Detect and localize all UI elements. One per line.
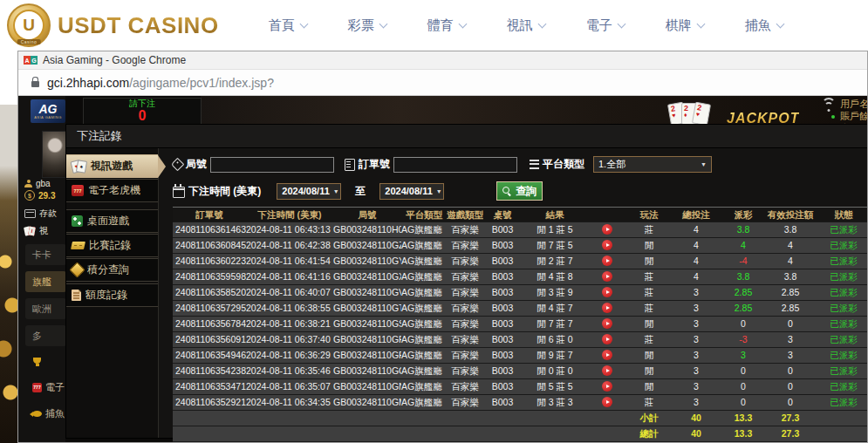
table-video-preview[interactable]: 請下注 0 — [83, 98, 202, 126]
replay-button[interactable] — [602, 240, 612, 250]
cell-play-type: 莊 — [626, 395, 672, 410]
cell-payout: -3 — [721, 332, 766, 347]
ag-favicon-icon: AG — [24, 56, 38, 65]
cell-bet-time: 2024-08-11 06:35:46 — [246, 364, 333, 378]
cell-play-type: 閒 — [626, 348, 672, 363]
nav-item-cards[interactable]: 棋牌 — [666, 17, 704, 34]
date-from-select[interactable]: 2024/08/11 ▼ — [277, 183, 341, 200]
sidebar-item-slots[interactable]: 777 電子老虎機 — [66, 179, 158, 202]
cell-result: 閒 9 莊 7 — [522, 348, 588, 363]
replay-button[interactable] — [602, 334, 612, 344]
cards-icon — [24, 226, 36, 236]
cell-replay — [588, 317, 626, 331]
cards-icon: ♥♠ — [72, 160, 86, 173]
ticket-icon — [71, 242, 85, 249]
chevron-down-icon — [458, 20, 467, 29]
cell-result: 閒 2 莊 7 — [522, 254, 588, 269]
replay-button[interactable] — [602, 381, 612, 392]
cell-payout: 0 — [721, 364, 766, 378]
replay-button[interactable] — [602, 397, 612, 407]
sidebar-item-match-records[interactable]: 比賽記錄 — [66, 234, 158, 257]
platform-select[interactable]: 1.全部 ▼ — [593, 156, 712, 173]
sidebar-item-points-query[interactable]: 積分查詢 — [66, 258, 158, 282]
person-icon — [24, 180, 32, 187]
nav-item-home[interactable]: 首頁 — [269, 17, 307, 34]
cell-total-stake: 3 — [672, 317, 721, 331]
cell-bet-time: 2024-08-11 06:37:40 — [246, 332, 333, 347]
cell-order-number: 240811063567840 — [173, 317, 246, 331]
replay-button[interactable] — [602, 256, 612, 266]
lobby-menu-item[interactable]: 歐洲 — [25, 298, 66, 319]
cell-order-number: 240811063614635 — [173, 222, 246, 237]
gem-icon — [69, 262, 85, 277]
table-row: 240811063614635 2024-08-11 06:43:13 GB00… — [173, 222, 867, 238]
table-row: 240811063567840 2024-08-11 06:38:21 GB00… — [173, 317, 867, 332]
coin-banner: Casino — [17, 39, 41, 44]
date-to-select[interactable]: 2024/08/11 ▼ — [379, 183, 444, 200]
replay-button[interactable] — [602, 303, 612, 313]
cell-platform: AG旗艦廳 — [401, 395, 447, 410]
lobby-menu-item[interactable]: 多 — [25, 325, 66, 346]
cell-bet-time: 2024-08-11 06:42:38 — [246, 238, 333, 253]
cell-replay — [588, 332, 626, 347]
replay-button[interactable] — [602, 318, 612, 329]
sidebar-item-table-games[interactable]: 桌面遊戲 — [66, 209, 158, 233]
deposit-button[interactable]: 存款 — [24, 208, 57, 220]
table-row: 240811063534713 2024-08-11 06:35:07 GB00… — [173, 379, 867, 395]
table-row: 240811063595981 2024-08-11 06:41:16 GB00… — [173, 269, 867, 285]
replay-button[interactable] — [602, 365, 612, 376]
modal-main: 局號 訂單號 平台類型 1.全部 — [159, 148, 867, 438]
sidebar-item-credit-records[interactable]: 額度記錄 — [66, 283, 158, 307]
search-button[interactable]: 查詢 — [496, 181, 543, 201]
cell-play-type: 莊 — [626, 301, 672, 316]
tournament-button[interactable] — [25, 351, 66, 372]
cell-status: 已派彩 — [815, 238, 867, 253]
round-input[interactable] — [210, 157, 334, 173]
cell-total-stake: 3 — [672, 301, 721, 316]
subtotal-row: 小計 40 13.3 27.3 — [173, 411, 867, 426]
slot-777-icon: 777 — [32, 383, 42, 392]
browser-window: AG Asia Gaming - Google Chrome gci.2hhap… — [17, 51, 868, 443]
cell-result: 閒 0 莊 0 — [522, 364, 588, 378]
cell-total-stake: 3 — [672, 364, 721, 378]
lobby-menu-item[interactable]: 卡卡 — [25, 244, 66, 265]
table-row: 240811063608458 2024-08-11 06:42:38 GB00… — [173, 238, 867, 254]
cell-round-number: GB003248110GO — [333, 364, 401, 378]
cell-game-type: 百家樂 — [447, 269, 483, 284]
order-input[interactable] — [393, 157, 517, 173]
lobby-menu-item-flagship[interactable]: 旗艦 — [25, 271, 66, 292]
coin-letter: U — [13, 10, 44, 41]
cell-platform: AG旗艦廳 — [401, 254, 447, 269]
nav-item-lottery[interactable]: 彩票 — [348, 17, 386, 34]
modal-sidebar: ♥♠ 視訊遊戲 777 電子老虎機 桌面遊戲 — [66, 148, 159, 438]
nav-item-fishing[interactable]: 捕魚 — [745, 17, 783, 34]
nav-item-sports[interactable]: 體育 — [427, 17, 466, 34]
nav-item-live[interactable]: 視訊 — [507, 17, 545, 34]
replay-button[interactable] — [602, 224, 612, 235]
cell-play-type: 莊 — [626, 269, 672, 284]
fishing-tab[interactable]: 捕魚 — [25, 403, 66, 424]
browser-urlbar[interactable]: gci.2hhapi.com/agingame/pcv1/index.jsp? — [18, 69, 867, 96]
cell-status: 已派彩 — [815, 269, 867, 284]
replay-button[interactable] — [602, 287, 612, 297]
total-row: 總計 40 13.3 27.3 — [173, 426, 867, 442]
cell-platform: AG旗艦廳 — [401, 379, 447, 394]
cell-round-number: GB003248110GV — [333, 285, 401, 300]
live-tab[interactable]: 視 — [24, 225, 48, 237]
table-row: 240811063585201 2024-08-11 06:40:07 GB00… — [173, 285, 867, 301]
sidebar-item-live-games[interactable]: ♥♠ 視訊遊戲 — [66, 154, 158, 178]
replay-button[interactable] — [602, 271, 612, 282]
cell-table-number: B003 — [483, 285, 522, 300]
cell-valid-stake: 4 — [766, 238, 815, 253]
order-label: 訂單號 — [359, 157, 390, 172]
replay-button[interactable] — [602, 350, 612, 360]
cell-round-number: GB003248110GS — [333, 317, 401, 331]
dropdown-arrow-icon: ▼ — [436, 188, 442, 194]
cell-total-stake: 3 — [672, 348, 721, 363]
cell-bet-time: 2024-08-11 06:43:13 — [246, 222, 333, 237]
cell-replay — [588, 301, 626, 316]
cell-valid-stake: 0 — [766, 379, 815, 394]
slots-tab[interactable]: 777電子 — [25, 377, 66, 398]
site-logo[interactable]: U Casino USDT CASINO — [7, 3, 219, 47]
nav-item-slots[interactable]: 電子 — [586, 17, 625, 34]
